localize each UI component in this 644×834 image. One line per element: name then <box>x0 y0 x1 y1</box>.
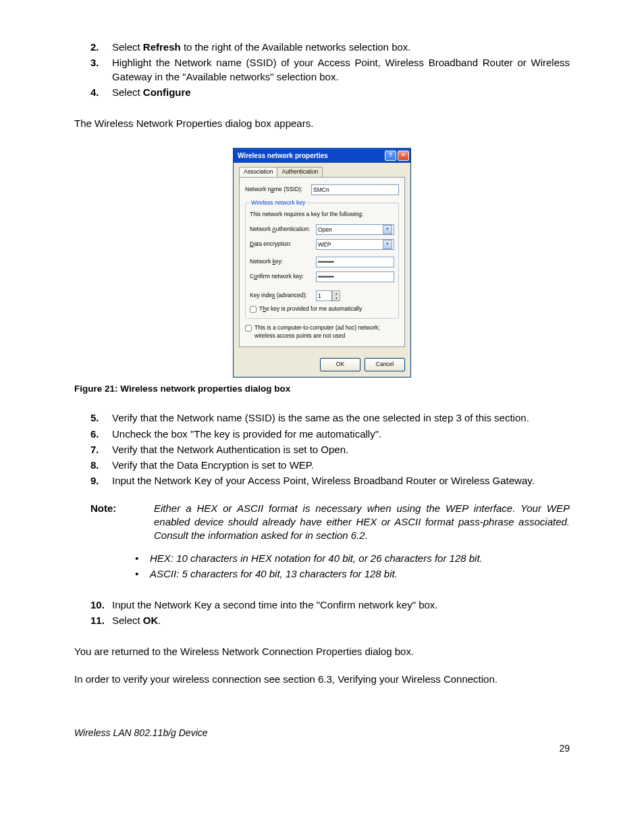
wireless-key-group: Wireless network key This network requir… <box>245 199 399 319</box>
chevron-down-icon[interactable]: ▾ <box>383 225 392 234</box>
note-text: Either a HEX or ASCII format is necessar… <box>154 502 570 543</box>
step-marker: 8. <box>74 459 112 472</box>
ok-button[interactable]: OK <box>320 358 360 371</box>
tab-authentication[interactable]: Authentication <box>277 167 323 176</box>
spin-down-icon[interactable]: ▾ <box>333 296 340 301</box>
key-label: Network key: <box>250 258 312 265</box>
confirm-key-label: Confirm network key: <box>250 273 312 280</box>
step-marker: 4. <box>74 86 112 99</box>
step-marker: 9. <box>74 474 112 488</box>
wireless-properties-dialog: Wireless network properties ? × Associat… <box>233 148 411 377</box>
key-input[interactable]: •••••••• <box>316 257 394 267</box>
step-marker: 6. <box>74 427 112 441</box>
auto-key-label: The key is provided for me automatically <box>259 305 362 313</box>
key-index-spinner[interactable]: 1 ▴▾ <box>316 290 340 301</box>
cancel-button[interactable]: Cancel <box>365 358 405 371</box>
enc-select[interactable]: WEP ▾ <box>316 239 394 250</box>
step-3: 3. Highlight the Network name (SSID) of … <box>74 56 570 84</box>
note-block: Note: Either a HEX or ASCII format is ne… <box>74 502 570 543</box>
confirm-key-input[interactable]: •••••••• <box>316 271 394 282</box>
dialog-titlebar: Wireless network properties ? × <box>234 149 410 163</box>
bullet-hex: •HEX: 10 characters in HEX notation for … <box>135 552 570 565</box>
step-9: 9. Input the Network Key of your Access … <box>74 474 570 488</box>
auto-key-checkbox[interactable] <box>250 306 257 313</box>
key-index-label: Key index (advanced): <box>250 292 312 299</box>
step-8: 8. Verify that the Data Encryption is se… <box>74 459 570 472</box>
step-marker: 5. <box>74 411 112 425</box>
help-icon[interactable]: ? <box>385 151 396 161</box>
chevron-down-icon[interactable]: ▾ <box>383 240 392 249</box>
paragraph-verify: In order to verify your wireless connect… <box>74 673 570 686</box>
adhoc-label: This is a computer-to-computer (ad hoc) … <box>254 324 399 340</box>
step-5: 5. Verify that the Network name (SSID) i… <box>74 411 570 425</box>
step-marker: 3. <box>74 56 112 84</box>
close-icon[interactable]: × <box>398 151 409 161</box>
figure-caption: Figure 21: Wireless network properties d… <box>74 383 570 395</box>
ssid-input[interactable]: SMCn <box>311 184 399 195</box>
enc-label: Data encryption: <box>250 240 312 248</box>
page-number: 29 <box>74 742 570 755</box>
step-7: 7. Verify that the Network Authenticatio… <box>74 443 570 457</box>
group-hint: This network requires a key for the foll… <box>250 211 394 218</box>
footer-device: Wireless LAN 802.11b/g Device <box>74 727 570 739</box>
step-marker: 7. <box>74 443 112 457</box>
step-6: 6. Uncheck the box "The key is provided … <box>74 427 570 441</box>
step-11: 11. Select OK. <box>74 614 570 627</box>
tab-association[interactable]: Association <box>239 167 277 176</box>
paragraph-return: You are returned to the Wireless Network… <box>74 645 570 658</box>
auth-label: Network Authentication: <box>250 226 312 233</box>
step-4: 4. Select Configure <box>74 86 570 99</box>
ssid-label: Network name (SSID): <box>245 186 307 193</box>
auth-select[interactable]: Open ▾ <box>316 224 394 235</box>
group-legend: Wireless network key <box>250 199 306 207</box>
spin-up-icon[interactable]: ▴ <box>333 291 340 296</box>
step-10: 10. Input the Network Key a second time … <box>74 598 570 612</box>
paragraph-dialog-appears: The Wireless Network Properties dialog b… <box>74 117 570 130</box>
dialog-title: Wireless network properties <box>238 151 328 161</box>
step-2: 2. Select Refresh to the right of the Av… <box>74 41 570 54</box>
adhoc-checkbox[interactable] <box>245 325 252 332</box>
step-marker: 10. <box>74 598 112 612</box>
bullet-ascii: •ASCII: 5 characters for 40 bit, 13 char… <box>135 567 570 581</box>
step-marker: 11. <box>74 614 112 627</box>
step-marker: 2. <box>74 41 112 54</box>
